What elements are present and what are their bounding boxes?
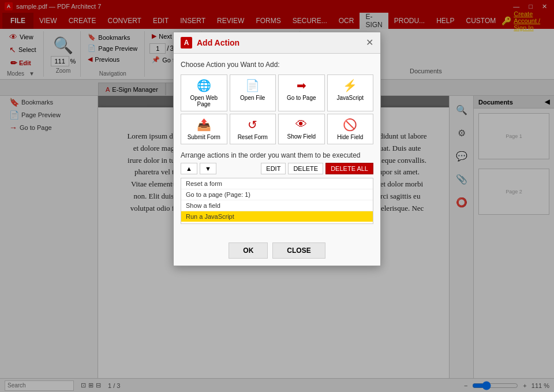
modal-footer: OK CLOSE (174, 238, 380, 266)
modal-title-area: A Add Action (181, 37, 239, 48)
list-item-0[interactable]: Reset a form (181, 178, 373, 189)
open-file-icon: 📄 (245, 79, 260, 92)
action-open-web[interactable]: 🌐 Open Web Page (181, 74, 227, 111)
action-show-field[interactable]: 👁 Show Field (278, 114, 325, 144)
add-action-modal: A Add Action ✕ Choose Action you Want to… (173, 32, 381, 266)
open-web-icon: 🌐 (197, 79, 211, 92)
action-open-file-label: Open File (240, 95, 265, 101)
action-grid: 🌐 Open Web Page 📄 Open File ➡ Go to Page… (181, 74, 373, 144)
arrange-label: Arrange actions in the order you want th… (181, 151, 373, 159)
goto-page-icon: ➡ (297, 79, 306, 92)
delete-action-btn[interactable]: DELETE (288, 163, 323, 174)
modal-close-x[interactable]: ✕ (366, 38, 373, 47)
modal-header-icon: A (181, 37, 192, 48)
show-field-icon: 👁 (295, 118, 307, 131)
action-submit-form[interactable]: 📤 Submit Form (181, 114, 227, 144)
action-reset-form[interactable]: ↺ Reset Form (230, 114, 276, 144)
modal-title: Add Action (197, 38, 239, 47)
ok-button[interactable]: OK (229, 242, 268, 259)
list-item-1[interactable]: Go to a page (Page: 1) (181, 189, 373, 200)
action-show-field-label: Show Field (287, 133, 316, 140)
action-open-file[interactable]: 📄 Open File (230, 74, 276, 111)
delete-all-btn[interactable]: DELETE ALL (325, 163, 373, 174)
modal-subtitle: Choose Action you Want to Add: (181, 61, 373, 69)
action-hide-field-label: Hide Field (337, 134, 363, 140)
edit-action-btn[interactable]: EDIT (261, 163, 286, 174)
arrange-toolbar: ▲ ▼ EDIT DELETE DELETE ALL (181, 163, 373, 174)
move-down-btn[interactable]: ▼ (200, 163, 216, 174)
close-button[interactable]: CLOSE (272, 242, 325, 259)
arrange-section: Arrange actions in the order you want th… (181, 151, 373, 224)
action-reset-form-label: Reset Form (238, 134, 268, 140)
list-item-2[interactable]: Show a field (181, 200, 373, 211)
action-goto-page[interactable]: ➡ Go to Page (278, 74, 325, 111)
action-list: Reset a form Go to a page (Page: 1) Show… (181, 178, 373, 224)
action-javascript-label: JavaScript (336, 95, 364, 101)
move-up-btn[interactable]: ▲ (181, 163, 197, 174)
action-javascript[interactable]: ⚡ JavaScript (327, 74, 374, 111)
action-open-web-label: Open Web Page (184, 95, 224, 107)
action-hide-field[interactable]: 🚫 Hide Field (327, 114, 374, 144)
action-submit-form-label: Submit Form (188, 134, 220, 140)
action-goto-page-label: Go to Page (287, 95, 316, 101)
reset-form-icon: ↺ (248, 118, 257, 132)
submit-form-icon: 📤 (197, 118, 211, 132)
modal-body: Choose Action you Want to Add: 🌐 Open We… (174, 54, 380, 238)
modal-overlay: A Add Action ✕ Choose Action you Want to… (0, 0, 554, 392)
list-item-3[interactable]: Run a JavaScript (181, 211, 373, 222)
javascript-icon: ⚡ (343, 79, 357, 92)
modal-header: A Add Action ✕ (174, 32, 380, 54)
hide-field-icon: 🚫 (343, 118, 357, 132)
